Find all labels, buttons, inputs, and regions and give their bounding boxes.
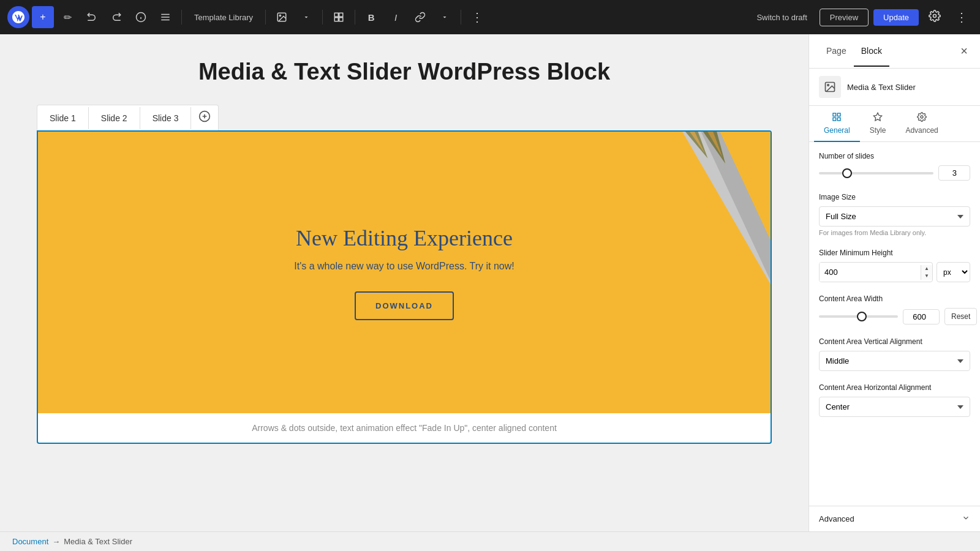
slides-number-input[interactable] [938,165,970,181]
right-panel: Page Block × Media & Text Slider General [809,34,980,531]
image-size-label: Image Size [819,193,970,201]
slide-tab-3[interactable]: Slide 3 [140,107,192,129]
slides-slider-row [819,165,970,181]
advanced-section[interactable]: Advanced [809,506,980,531]
image-size-helper: For images from Media Library only. [819,229,970,236]
inner-tab-general[interactable]: General [814,106,860,142]
pencil-icon: ✏ [64,12,72,23]
pencil-illustration [575,132,771,413]
svg-point-27 [827,84,829,86]
info-button[interactable] [130,6,152,28]
list-view-button[interactable] [154,6,176,28]
undo-button[interactable] [81,6,103,28]
slide-tab-1[interactable]: Slide 1 [37,107,89,129]
divider-3 [322,10,323,24]
slide-heading: New Editing Experience [294,225,514,251]
svg-rect-28 [833,113,836,116]
slides-range-slider[interactable] [819,172,933,174]
height-unit-select[interactable]: px em rem vh [937,262,970,282]
number-of-slides-label: Number of slides [819,152,970,160]
general-tab-icon [832,112,842,124]
panel-header: Page Block × [809,34,980,69]
svg-rect-30 [833,118,836,121]
inner-tab-advanced[interactable]: Advanced [895,106,948,142]
divider-1 [181,10,182,24]
content-horizontal-alignment-field: Content Area Horizontal Alignment Left C… [819,383,970,417]
transform-button[interactable] [328,6,350,28]
content-horizontal-alignment-label: Content Area Horizontal Alignment [819,383,970,392]
style-tab-icon [873,112,883,124]
link-button[interactable] [409,6,431,28]
slide-download-button[interactable]: DOWNLOAD [355,291,454,320]
topbar-more-button[interactable]: ⋮ [951,6,973,28]
image-block-button[interactable] [271,6,293,28]
content-width-slider[interactable] [819,315,898,318]
content-vertical-alignment-label: Content Area Vertical Alignment [819,337,970,346]
content-horizontal-alignment-select[interactable]: Left Center Right [819,397,970,417]
bold-button[interactable]: B [360,6,382,28]
breadcrumb-current: Media & Text Slider [64,537,132,546]
block-info: Media & Text Slider [809,69,980,106]
svg-rect-9 [339,13,343,17]
advanced-tab-icon [917,112,927,124]
svg-rect-31 [838,118,841,121]
main-layout: Media & Text Slider WordPress Block Slid… [0,34,980,531]
slide-image: New Editing Experience It's a whole new … [38,132,771,413]
height-decrement-button[interactable]: ▼ [921,272,932,280]
edit-button[interactable]: ✏ [56,6,78,28]
switch-draft-button[interactable]: Switch to draft [749,9,814,26]
slide-text-content: New Editing Experience It's a whole new … [282,213,526,332]
topbar-right: Switch to draft Preview Update ⋮ [749,6,973,29]
settings-button[interactable] [924,6,946,29]
content-area-width-label: Content Area Width [819,294,970,303]
slide-subtext: It's a whole new way to use WordPress. T… [294,261,514,272]
height-input[interactable] [820,263,921,282]
add-slide-button[interactable] [191,105,218,130]
slide-tab-2[interactable]: Slide 2 [89,107,140,129]
svg-rect-11 [339,18,343,21]
redo-button[interactable] [105,6,127,28]
style-tab-label: Style [870,126,886,135]
inner-tab-style[interactable]: Style [860,106,896,142]
divider-2 [265,10,266,24]
add-block-button[interactable]: + [32,6,54,28]
content-vertical-alignment-field: Content Area Vertical Alignment Top Midd… [819,337,970,371]
preview-button[interactable]: Preview [820,9,869,26]
height-input-wrap: ▲ ▼ [819,262,933,282]
panel-tab-page[interactable]: Page [819,36,854,67]
update-button[interactable]: Update [873,9,919,26]
slide-container: New Editing Experience It's a whole new … [37,130,772,444]
slider-min-height-field: Slider Minimum Height ▲ ▼ px em rem vh [819,249,970,282]
topbar: + ✏ Template Library B I ⋮ Switch to dra… [0,0,980,34]
breadcrumb-document[interactable]: Document [12,537,48,546]
content-width-reset-button[interactable]: Reset [944,308,977,325]
divider-4 [355,10,355,24]
height-input-row: ▲ ▼ px em rem vh [819,262,970,282]
block-name-label: Media & Text Slider [847,83,916,92]
overflow-button[interactable]: ⋮ [466,6,488,28]
svg-point-32 [921,116,923,118]
height-spinners: ▲ ▼ [921,265,932,280]
content-width-row: Reset [819,308,970,325]
height-increment-button[interactable]: ▲ [921,265,932,272]
panel-tab-block[interactable]: Block [854,36,889,67]
image-toggle-button[interactable] [295,6,317,28]
content-area-width-field: Content Area Width Reset [819,294,970,325]
image-size-select[interactable]: Full Size Large Medium Thumbnail [819,206,970,227]
content-width-input[interactable] [903,309,940,324]
editor-area: Media & Text Slider WordPress Block Slid… [0,34,809,531]
advanced-section-label: Advanced [819,514,854,523]
slider-min-height-label: Slider Minimum Height [819,249,970,257]
svg-rect-8 [334,13,338,17]
content-vertical-alignment-select[interactable]: Top Middle Bottom [819,351,970,371]
panel-close-button[interactable]: × [958,42,970,61]
italic-button[interactable]: I [385,6,407,28]
block-type-icon [819,76,841,98]
wp-logo[interactable] [7,6,29,28]
advanced-chevron-icon [962,514,970,524]
template-library-button[interactable]: Template Library [187,9,260,26]
svg-point-7 [279,15,281,16]
more-options-dropdown-button[interactable] [434,6,456,28]
breadcrumb-separator: → [52,537,60,546]
svg-rect-29 [838,113,841,116]
